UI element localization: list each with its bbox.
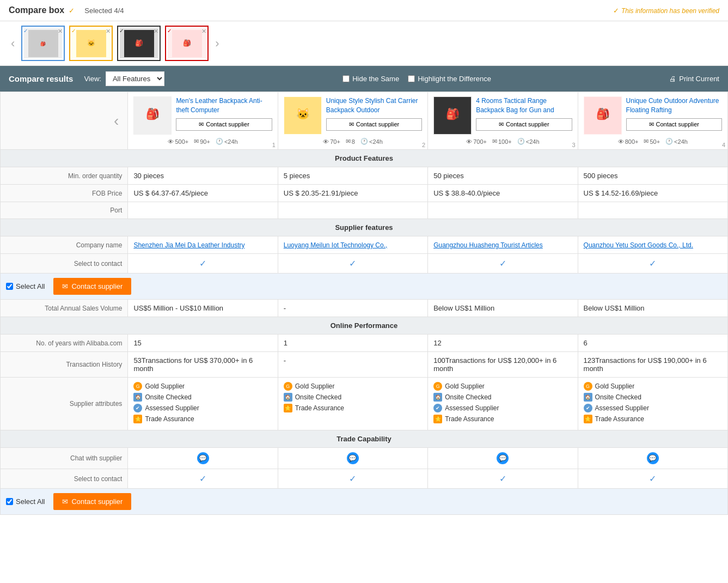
attr-gold-label-2: Gold Supplier [295, 382, 335, 390]
contact-supplier-btn-2[interactable]: ✉ Contact supplier [53, 493, 131, 510]
selected-check-icon: ✓ [69, 7, 75, 15]
annual-sales-val-1: US$5 Million - US$10 Million [128, 300, 278, 317]
select-contact-check-6[interactable]: ✓ [278, 469, 427, 489]
supplier-attrs-val-4: G Gold Supplier 🏠 Onsite Checked ✔ Asses… [578, 378, 727, 430]
product-title-4[interactable]: Unique Cute Outdoor Adventure Floating R… [626, 96, 722, 115]
select-contact-check-1[interactable]: ✓ [128, 254, 278, 274]
hide-same-option[interactable]: Hide the Same [342, 75, 399, 83]
years-alibaba-val-1: 15 [128, 335, 278, 352]
thumb-next-arrow[interactable]: › [213, 37, 221, 51]
thumb-close-4[interactable]: ✕ [201, 28, 206, 35]
product-col-2: 🐱 Unique Style Stylish Cat Carrier Backp… [278, 92, 427, 150]
product-stats-2: 👁 70+ ✉ 8 🕐 <24h [323, 138, 383, 145]
compare-box-header: Compare box ✓ Selected 4/4 ✓ This inform… [0, 0, 728, 21]
attr-trade-3: ⭐ Trade Assurance [433, 415, 572, 423]
company-link-4[interactable]: Quanzhou Yetu Sport Goods Co., Ltd. [584, 241, 693, 249]
chat-val-2[interactable]: 💬 [278, 448, 427, 469]
messages-1: ✉ 90+ [194, 138, 210, 145]
gold-icon-4: G [584, 382, 592, 391]
company-name-val-2[interactable]: Luoyang Meilun Iot Technology Co., [278, 236, 427, 254]
min-order-label: Min. order quantity [1, 167, 128, 185]
contact-btn-1[interactable]: ✉ Contact supplier [176, 118, 272, 131]
annual-sales-val-3: Below US$1 Million [428, 300, 578, 317]
check-icon-6: ✓ [349, 474, 356, 483]
chat-val-4[interactable]: 💬 [578, 448, 727, 469]
years-alibaba-val-4: 6 [578, 335, 727, 352]
chat-icon-1[interactable]: 💬 [197, 452, 209, 464]
select-all-label-1[interactable]: Select All [6, 282, 45, 290]
contact-btn-2[interactable]: ✉ Contact supplier [326, 118, 422, 131]
highlight-diff-checkbox[interactable] [408, 75, 415, 82]
check-icon-8: ✓ [649, 474, 656, 483]
chat-icon-2[interactable]: 💬 [347, 452, 359, 464]
company-name-val-3[interactable]: Guangzhou Huasheng Tourist Articles [428, 236, 578, 254]
select-all-checkbox-2[interactable] [6, 498, 13, 505]
chat-icon-4[interactable]: 💬 [647, 452, 659, 464]
select-all-cell-1: Select All ✉ Contact supplier [1, 274, 728, 300]
views-3: 👁 700+ [466, 138, 487, 145]
print-button[interactable]: 🖨 Print Current [669, 75, 719, 83]
company-name-val-4[interactable]: Quanzhou Yetu Sport Goods Co., Ltd. [578, 236, 727, 254]
product-header-1: 🎒 Men's Leather Backpack Anti-theft Comp… [133, 96, 272, 145]
annual-sales-val-2: - [278, 300, 427, 317]
check-icon-4: ✓ [649, 259, 656, 268]
table-prev-arrow[interactable]: ‹ [111, 112, 122, 129]
msg-icon-2: ✉ [346, 138, 351, 145]
attr-assessed-label-3: Assessed Supplier [445, 404, 499, 412]
attr-onsite-2: 🏠 Onsite Checked [284, 393, 422, 402]
chat-val-1[interactable]: 💬 [128, 448, 278, 469]
select-contact-check-5[interactable]: ✓ [128, 469, 278, 489]
product-image-4: 🎒 [584, 96, 622, 135]
contact-btn-4[interactable]: ✉ Contact supplier [626, 118, 722, 131]
print-icon: 🖨 [669, 75, 676, 83]
attr-gold-label-3: Gold Supplier [445, 382, 485, 390]
thumb-close-1[interactable]: ✕ [58, 28, 63, 35]
company-name-val-1[interactable]: Shenzhen Jia Mei Da Leather Industry [128, 236, 278, 254]
hide-same-checkbox[interactable] [342, 75, 350, 82]
chat-icon-3[interactable]: 💬 [497, 452, 509, 464]
select-all-row-2: Select All ✉ Contact supplier [1, 489, 728, 515]
thumb-prev-arrow[interactable]: ‹ [9, 37, 17, 51]
product-title-1[interactable]: Men's Leather Backpack Anti-theft Comput… [176, 96, 272, 115]
messages-3: ✉ 100+ [492, 138, 512, 145]
attr-trade-label-2: Trade Assurance [295, 404, 344, 412]
select-contact-check-7[interactable]: ✓ [428, 469, 578, 489]
company-name-label: Company name [1, 236, 128, 254]
company-link-2[interactable]: Luoyang Meilun Iot Technology Co., [284, 241, 388, 249]
product-title-2[interactable]: Unique Style Stylish Cat Carrier Backpac… [326, 96, 422, 115]
eye-icon-2: 👁 [323, 138, 329, 145]
check-icon-7: ✓ [499, 474, 506, 483]
attr-onsite-3: 🏠 Onsite Checked [433, 393, 572, 402]
select-all-text-2: Select All [16, 497, 45, 506]
rank-badge-2: 2 [422, 142, 425, 148]
contact-btn-3[interactable]: ✉ Contact supplier [476, 118, 572, 131]
select-contact-check-4[interactable]: ✓ [578, 254, 727, 274]
rank-badge-3: 3 [572, 142, 575, 148]
highlight-diff-option[interactable]: Highlight the Difference [408, 75, 491, 83]
product-stats-1: 👁 500+ ✉ 90+ 🕐 <24h [168, 138, 237, 145]
company-link-1[interactable]: Shenzhen Jia Mei Da Leather Industry [133, 241, 244, 249]
rank-badge-4: 4 [722, 142, 725, 148]
select-all-checkbox-1[interactable] [6, 283, 13, 290]
supplier-features-header: Supplier features [1, 219, 728, 236]
thumb-close-2[interactable]: ✕ [106, 28, 111, 35]
chat-val-3[interactable]: 💬 [428, 448, 578, 469]
annual-sales-label: Total Annual Sales Volume [1, 300, 128, 317]
company-link-3[interactable]: Guangzhou Huasheng Tourist Articles [433, 241, 543, 249]
select-contact-check-2[interactable]: ✓ [278, 254, 427, 274]
msg-icon-1: ✉ [194, 138, 199, 145]
select-all-label-2[interactable]: Select All [6, 497, 45, 506]
svg-text:🎒: 🎒 [182, 39, 191, 47]
compare-results-title: Compare results [9, 74, 73, 83]
view-select[interactable]: All Features [106, 71, 164, 86]
messages-4: ✉ 50+ [644, 138, 660, 145]
select-contact-check-3[interactable]: ✓ [428, 254, 578, 274]
thumb-check-3: ✓ [119, 28, 124, 34]
trade-capability-header: Trade Capability [1, 430, 728, 448]
select-contact-check-8[interactable]: ✓ [578, 469, 727, 489]
trade-icon-1: ⭐ [133, 415, 142, 423]
svg-text:🎒: 🎒 [596, 107, 609, 120]
thumb-close-3[interactable]: ✕ [154, 28, 158, 35]
product-title-3[interactable]: 4 Rooms Tactical Range Backpack Bag for … [476, 96, 572, 115]
contact-supplier-btn-1[interactable]: ✉ Contact supplier [53, 278, 131, 295]
